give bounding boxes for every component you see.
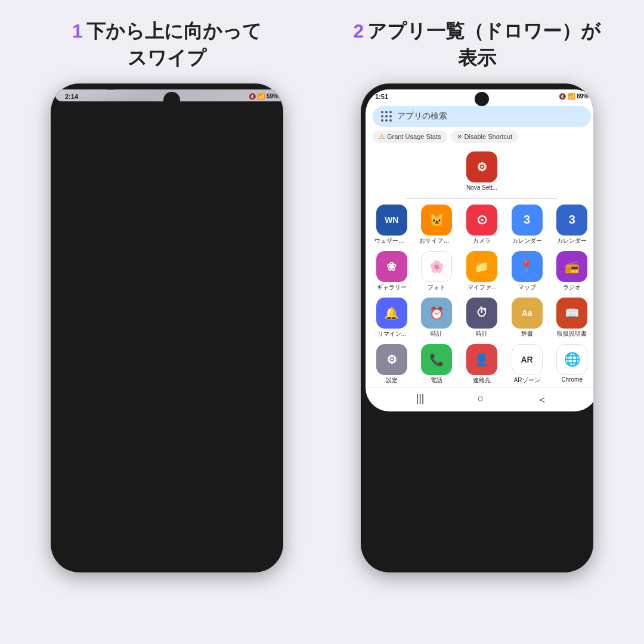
contacts-label: 連絡先: [473, 376, 491, 385]
app-grid-row3: 🔔 リマイン... ⏰ 時計 ⏱ 時計 Aa: [370, 295, 593, 340]
mute-icon: 🔇: [249, 93, 256, 100]
phones-section: 2:14 🔇 📶 59% ✦ ✦ 6 カレ: [12, 83, 632, 632]
tag1-label: Grant Usage Stats: [387, 133, 441, 140]
battery-icon2: 89%: [577, 93, 589, 100]
phone2: 1:51 🔇 📶 89% アプリの検索: [361, 83, 593, 572]
phone2-status-icons: 🔇 📶 89%: [559, 93, 589, 100]
drawer-search-bar[interactable]: アプリの検索: [373, 106, 591, 127]
camera2-label: カメラ: [473, 237, 491, 245]
app-photos[interactable]: 🌸 フォト: [416, 251, 459, 292]
gallery2-label: ギャラリー: [377, 283, 407, 292]
phone2-label: 電話: [431, 376, 442, 385]
warn-icon: ⚠: [379, 133, 385, 141]
radio-label: ラジオ: [563, 283, 581, 292]
wifi-icon: 📶: [258, 93, 265, 100]
app-osaifu[interactable]: 🐱 おサイフケータイ: [416, 205, 459, 245]
weather-news-label: ウェザーニュース: [374, 237, 409, 245]
step1-title: 1下から上に向かってスワイプ: [36, 18, 298, 72]
wifi-icon2: 📶: [568, 93, 575, 100]
app-gallery[interactable]: ❀ ギャラリー: [370, 251, 413, 292]
tag-grant[interactable]: ⚠ Grant Usage Stats: [373, 131, 447, 143]
chrome-label: Chrome: [561, 376, 583, 383]
app-settings[interactable]: ⚙ 設定: [370, 344, 413, 385]
clock1-icon: ⏰: [421, 298, 452, 329]
app-phone[interactable]: 📞 電話: [416, 344, 459, 385]
contacts-icon: 👤: [466, 344, 497, 375]
app-camera[interactable]: ⊙ カメラ: [460, 205, 503, 245]
step2-title: 2アプリ一覧（ドロワー）が表示: [346, 18, 608, 72]
gallery2-icon: ❀: [376, 251, 407, 282]
radio-icon: 📻: [556, 251, 587, 282]
main-container: 1下から上に向かってスワイプ 2アプリ一覧（ドロワー）が表示 2:14 🔇 📶 …: [0, 0, 644, 644]
chrome-icon2: 🌐: [556, 344, 587, 375]
calendar1-label: カレンダー: [512, 237, 542, 245]
phone1-time: 2:14: [65, 93, 78, 100]
phone1-status-icons: 🔇 📶 59%: [249, 93, 278, 100]
phone1-notch: [163, 92, 180, 101]
manual-icon: 📖: [556, 298, 587, 329]
app-myfile[interactable]: 📁 マイファ...: [460, 251, 503, 292]
phone2-time: 1:51: [375, 93, 388, 100]
nav2-recents[interactable]: ＜: [537, 392, 547, 407]
app-radio[interactable]: 📻 ラジオ: [550, 251, 593, 292]
app-grid-row2: ❀ ギャラリー 🌸 フォト 📁 マイファ... 📍: [370, 249, 593, 294]
tag-disable[interactable]: ✕ Disable Shortcut: [451, 131, 519, 143]
app-weather-news[interactable]: WN ウェザーニュース: [370, 205, 413, 245]
phone2-notch: [475, 92, 489, 106]
dictionary-icon: Aa: [512, 298, 543, 329]
app-clock2[interactable]: ⏱ 時計: [460, 298, 503, 338]
nav2-back[interactable]: |||: [416, 392, 425, 407]
calendar1-icon: 3: [512, 205, 543, 236]
x-icon: ✕: [457, 133, 462, 141]
myfile-label: マイファ...: [467, 283, 496, 292]
step2-number: 2: [354, 20, 364, 42]
dictionary-label: 辞書: [521, 330, 533, 338]
clock1-label: 時計: [431, 330, 442, 338]
app-clock1[interactable]: ⏰ 時計: [416, 298, 459, 338]
arzone-icon: AR: [512, 344, 543, 375]
photos-label: フォト: [428, 283, 445, 292]
app-reminder[interactable]: 🔔 リマイン...: [370, 298, 413, 338]
tag2-label: Disable Shortcut: [465, 133, 513, 140]
camera2-icon: ⊙: [466, 205, 497, 236]
titles-row: 1下から上に向かってスワイプ 2アプリ一覧（ドロワー）が表示: [12, 18, 632, 72]
arzone-label: ARゾーン: [514, 376, 540, 385]
nova-pinned-icon: ⚙: [466, 151, 497, 182]
myfile-icon: 📁: [466, 251, 497, 282]
manual-label: 取扱説明書: [557, 330, 587, 338]
app-maps[interactable]: 📍 マップ: [506, 251, 549, 292]
app-contacts[interactable]: 👤 連絡先: [460, 344, 503, 385]
phone2-status-bar: 1:51 🔇 📶 89%: [366, 89, 593, 101]
phone1-status-bar: 2:14 🔇 📶 59%: [55, 89, 283, 101]
app-manual[interactable]: 📖 取扱説明書: [550, 298, 593, 338]
app-arzone[interactable]: AR ARゾーン: [506, 344, 549, 385]
app-dictionary[interactable]: Aa 辞書: [506, 298, 549, 338]
reminder-label: リマイン...: [377, 330, 406, 338]
settings-label: 設定: [386, 376, 398, 385]
nav2-home[interactable]: ○: [478, 392, 484, 407]
clock2-icon: ⏱: [466, 298, 497, 329]
tag-row: ⚠ Grant Usage Stats ✕ Disable Shortcut: [366, 131, 593, 147]
maps2-icon: 📍: [512, 251, 543, 282]
app-calendar2[interactable]: 3 カレンダー: [550, 205, 593, 245]
app-chrome[interactable]: 🌐 Chrome: [550, 344, 593, 385]
weather-news-icon: WN: [376, 205, 407, 236]
divider: [406, 198, 558, 199]
phone1: 2:14 🔇 📶 59% ✦ ✦ 6 カレ: [51, 83, 283, 572]
app-calendar1[interactable]: 3 カレンダー: [506, 205, 549, 245]
app-grid-row1: WN ウェザーニュース 🐱 おサイフケータイ ⊙ カメラ 3: [370, 202, 593, 247]
app-grid-row4: ⚙ 設定 📞 電話 👤 連絡先 AR ARゾ: [370, 342, 593, 387]
phone2-screen: 1:51 🔇 📶 89% アプリの検索: [366, 89, 593, 411]
photos-icon: 🌸: [421, 251, 452, 282]
reminder-icon: 🔔: [376, 298, 407, 329]
settings-icon: ⚙: [376, 344, 407, 375]
calendar2-icon: 3: [556, 205, 587, 236]
osaifu-icon: 🐱: [421, 205, 452, 236]
nova-pinned-label: Nova Sett...: [466, 184, 497, 191]
search-placeholder: アプリの検索: [397, 111, 583, 122]
mute-icon2: 🔇: [559, 93, 566, 100]
step1-number: 1: [72, 20, 83, 42]
calendar2-label: カレンダー: [557, 237, 587, 245]
battery-icon: 59%: [267, 93, 278, 100]
pinned-nova-app[interactable]: ⚙ Nova Sett...: [370, 149, 593, 194]
